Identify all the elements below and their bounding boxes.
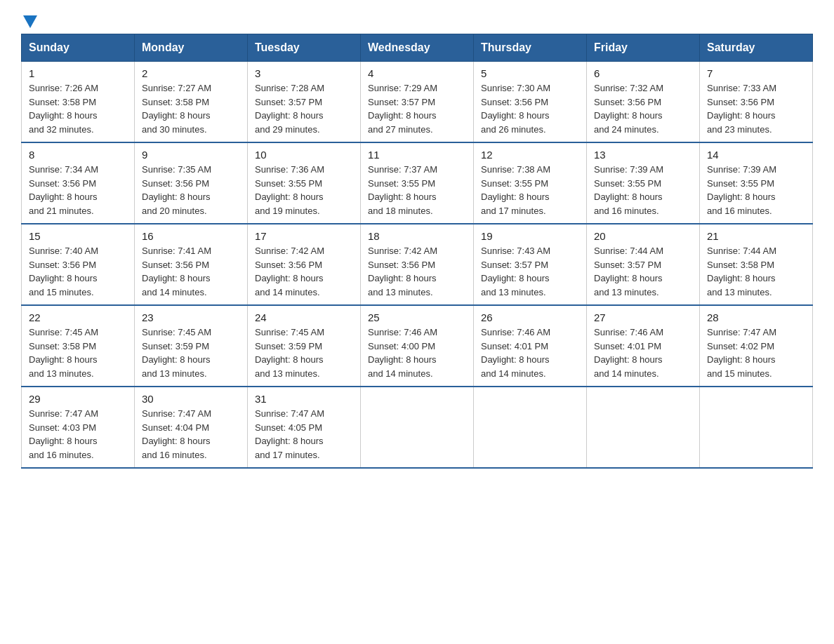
day-info: Sunrise: 7:44 AMSunset: 3:58 PMDaylight:… <box>707 244 805 299</box>
calendar-cell: 12Sunrise: 7:38 AMSunset: 3:55 PMDayligh… <box>474 142 587 224</box>
calendar-table: SundayMondayTuesdayWednesdayThursdayFrid… <box>21 34 813 469</box>
calendar-cell: 5Sunrise: 7:30 AMSunset: 3:56 PMDaylight… <box>474 62 587 143</box>
calendar-cell: 8Sunrise: 7:34 AMSunset: 3:56 PMDaylight… <box>22 142 135 224</box>
calendar-cell: 24Sunrise: 7:45 AMSunset: 3:59 PMDayligh… <box>248 305 361 387</box>
day-info: Sunrise: 7:29 AMSunset: 3:57 PMDaylight:… <box>368 81 466 136</box>
day-number: 21 <box>707 230 805 242</box>
day-info: Sunrise: 7:42 AMSunset: 3:56 PMDaylight:… <box>255 244 353 299</box>
calendar-cell: 13Sunrise: 7:39 AMSunset: 3:55 PMDayligh… <box>587 142 700 224</box>
calendar-week-row: 15Sunrise: 7:40 AMSunset: 3:56 PMDayligh… <box>22 224 813 305</box>
calendar-cell <box>361 387 474 468</box>
day-info: Sunrise: 7:39 AMSunset: 3:55 PMDaylight:… <box>594 163 692 217</box>
calendar-week-row: 29Sunrise: 7:47 AMSunset: 4:03 PMDayligh… <box>22 387 813 468</box>
header-monday: Monday <box>135 34 248 62</box>
day-number: 4 <box>368 67 466 79</box>
calendar-cell: 10Sunrise: 7:36 AMSunset: 3:55 PMDayligh… <box>248 142 361 224</box>
page-header <box>21 14 813 27</box>
header-sunday: Sunday <box>22 34 135 62</box>
day-number: 3 <box>255 67 353 79</box>
calendar-cell: 20Sunrise: 7:44 AMSunset: 3:57 PMDayligh… <box>587 224 700 305</box>
day-number: 12 <box>481 149 579 161</box>
calendar-cell: 19Sunrise: 7:43 AMSunset: 3:57 PMDayligh… <box>474 224 587 305</box>
day-info: Sunrise: 7:45 AMSunset: 3:59 PMDaylight:… <box>255 326 353 380</box>
calendar-cell: 14Sunrise: 7:39 AMSunset: 3:55 PMDayligh… <box>700 142 813 224</box>
day-info: Sunrise: 7:39 AMSunset: 3:55 PMDaylight:… <box>707 163 805 217</box>
day-number: 1 <box>29 67 127 79</box>
day-number: 9 <box>142 149 240 161</box>
calendar-cell: 21Sunrise: 7:44 AMSunset: 3:58 PMDayligh… <box>700 224 813 305</box>
day-info: Sunrise: 7:47 AMSunset: 4:04 PMDaylight:… <box>142 407 240 462</box>
calendar-cell <box>587 387 700 468</box>
calendar-cell: 15Sunrise: 7:40 AMSunset: 3:56 PMDayligh… <box>22 224 135 305</box>
day-info: Sunrise: 7:47 AMSunset: 4:05 PMDaylight:… <box>255 407 353 462</box>
calendar-cell <box>700 387 813 468</box>
day-number: 2 <box>142 67 240 79</box>
day-info: Sunrise: 7:27 AMSunset: 3:58 PMDaylight:… <box>142 81 240 136</box>
day-number: 26 <box>481 311 579 323</box>
day-number: 19 <box>481 230 579 242</box>
day-number: 8 <box>29 149 127 161</box>
calendar-cell: 29Sunrise: 7:47 AMSunset: 4:03 PMDayligh… <box>22 387 135 468</box>
calendar-cell: 16Sunrise: 7:41 AMSunset: 3:56 PMDayligh… <box>135 224 248 305</box>
calendar-cell: 17Sunrise: 7:42 AMSunset: 3:56 PMDayligh… <box>248 224 361 305</box>
calendar-cell: 1Sunrise: 7:26 AMSunset: 3:58 PMDaylight… <box>22 62 135 143</box>
day-number: 29 <box>29 393 127 405</box>
day-number: 5 <box>481 67 579 79</box>
calendar-week-row: 1Sunrise: 7:26 AMSunset: 3:58 PMDaylight… <box>22 62 813 143</box>
day-number: 18 <box>368 230 466 242</box>
day-number: 20 <box>594 230 692 242</box>
day-info: Sunrise: 7:44 AMSunset: 3:57 PMDaylight:… <box>594 244 692 299</box>
logo-triangle-icon <box>23 15 37 28</box>
day-info: Sunrise: 7:26 AMSunset: 3:58 PMDaylight:… <box>29 81 127 136</box>
calendar-cell: 30Sunrise: 7:47 AMSunset: 4:04 PMDayligh… <box>135 387 248 468</box>
calendar-cell <box>474 387 587 468</box>
calendar-cell: 26Sunrise: 7:46 AMSunset: 4:01 PMDayligh… <box>474 305 587 387</box>
day-info: Sunrise: 7:33 AMSunset: 3:56 PMDaylight:… <box>707 81 805 136</box>
day-info: Sunrise: 7:35 AMSunset: 3:56 PMDaylight:… <box>142 163 240 217</box>
day-info: Sunrise: 7:41 AMSunset: 3:56 PMDaylight:… <box>142 244 240 299</box>
day-info: Sunrise: 7:28 AMSunset: 3:57 PMDaylight:… <box>255 81 353 136</box>
day-info: Sunrise: 7:40 AMSunset: 3:56 PMDaylight:… <box>29 244 127 299</box>
day-info: Sunrise: 7:46 AMSunset: 4:00 PMDaylight:… <box>368 326 466 380</box>
calendar-header-row: SundayMondayTuesdayWednesdayThursdayFrid… <box>22 34 813 62</box>
day-number: 25 <box>368 311 466 323</box>
day-number: 7 <box>707 67 805 79</box>
day-info: Sunrise: 7:37 AMSunset: 3:55 PMDaylight:… <box>368 163 466 217</box>
day-info: Sunrise: 7:45 AMSunset: 3:59 PMDaylight:… <box>142 326 240 380</box>
day-info: Sunrise: 7:38 AMSunset: 3:55 PMDaylight:… <box>481 163 579 217</box>
day-info: Sunrise: 7:46 AMSunset: 4:01 PMDaylight:… <box>594 326 692 380</box>
day-number: 31 <box>255 393 353 405</box>
day-info: Sunrise: 7:47 AMSunset: 4:03 PMDaylight:… <box>29 407 127 462</box>
day-info: Sunrise: 7:45 AMSunset: 3:58 PMDaylight:… <box>29 326 127 380</box>
calendar-cell: 11Sunrise: 7:37 AMSunset: 3:55 PMDayligh… <box>361 142 474 224</box>
header-thursday: Thursday <box>474 34 587 62</box>
header-saturday: Saturday <box>700 34 813 62</box>
logo <box>21 14 37 27</box>
calendar-cell: 2Sunrise: 7:27 AMSunset: 3:58 PMDaylight… <box>135 62 248 143</box>
day-number: 23 <box>142 311 240 323</box>
header-tuesday: Tuesday <box>248 34 361 62</box>
calendar-cell: 7Sunrise: 7:33 AMSunset: 3:56 PMDaylight… <box>700 62 813 143</box>
calendar-cell: 28Sunrise: 7:47 AMSunset: 4:02 PMDayligh… <box>700 305 813 387</box>
calendar-cell: 9Sunrise: 7:35 AMSunset: 3:56 PMDaylight… <box>135 142 248 224</box>
day-number: 17 <box>255 230 353 242</box>
calendar-cell: 4Sunrise: 7:29 AMSunset: 3:57 PMDaylight… <box>361 62 474 143</box>
day-number: 13 <box>594 149 692 161</box>
day-number: 10 <box>255 149 353 161</box>
day-number: 15 <box>29 230 127 242</box>
day-number: 27 <box>594 311 692 323</box>
calendar-week-row: 22Sunrise: 7:45 AMSunset: 3:58 PMDayligh… <box>22 305 813 387</box>
day-info: Sunrise: 7:47 AMSunset: 4:02 PMDaylight:… <box>707 326 805 380</box>
day-number: 16 <box>142 230 240 242</box>
calendar-cell: 27Sunrise: 7:46 AMSunset: 4:01 PMDayligh… <box>587 305 700 387</box>
calendar-cell: 23Sunrise: 7:45 AMSunset: 3:59 PMDayligh… <box>135 305 248 387</box>
day-info: Sunrise: 7:34 AMSunset: 3:56 PMDaylight:… <box>29 163 127 217</box>
calendar-week-row: 8Sunrise: 7:34 AMSunset: 3:56 PMDaylight… <box>22 142 813 224</box>
day-number: 28 <box>707 311 805 323</box>
calendar-cell: 6Sunrise: 7:32 AMSunset: 3:56 PMDaylight… <box>587 62 700 143</box>
day-number: 30 <box>142 393 240 405</box>
header-friday: Friday <box>587 34 700 62</box>
calendar-cell: 18Sunrise: 7:42 AMSunset: 3:56 PMDayligh… <box>361 224 474 305</box>
day-number: 14 <box>707 149 805 161</box>
day-number: 22 <box>29 311 127 323</box>
